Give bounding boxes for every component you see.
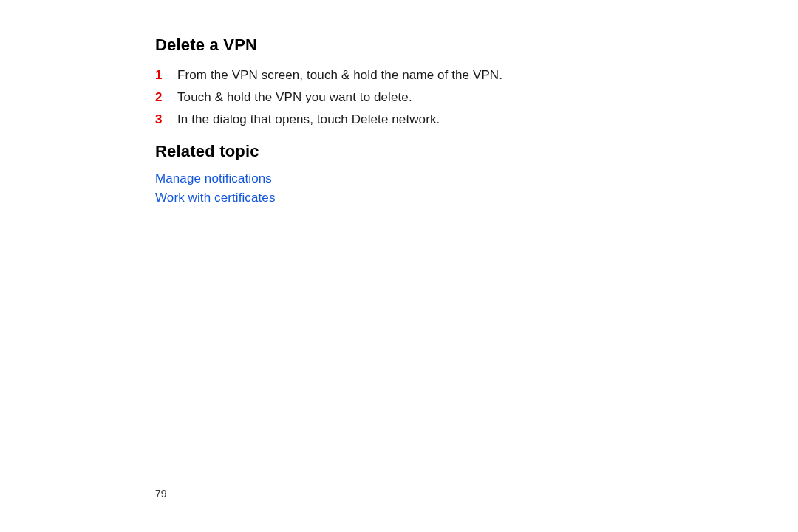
step-text: Touch & hold the VPN you want to delete. (177, 90, 412, 105)
step-number: 1 (155, 68, 177, 83)
step-text: In the dialog that opens, touch Delete n… (177, 112, 440, 127)
step-number: 2 (155, 90, 177, 105)
step-text: From the VPN screen, touch & hold the na… (177, 68, 502, 83)
steps-list: 1 From the VPN screen, touch & hold the … (155, 68, 798, 127)
step-item: 1 From the VPN screen, touch & hold the … (155, 68, 798, 83)
section-heading-related-topic: Related topic (155, 142, 798, 161)
step-item: 2 Touch & hold the VPN you want to delet… (155, 90, 798, 105)
step-item: 3 In the dialog that opens, touch Delete… (155, 112, 798, 127)
section-heading-delete-vpn: Delete a VPN (155, 35, 798, 55)
step-number: 3 (155, 112, 177, 127)
link-work-with-certificates[interactable]: Work with certificates (155, 191, 275, 205)
page-number: 79 (155, 488, 167, 499)
link-item: Work with certificates (155, 191, 798, 205)
link-item: Manage notifications (155, 171, 798, 186)
related-links-list: Manage notifications Work with certifica… (155, 171, 798, 205)
link-manage-notifications[interactable]: Manage notifications (155, 171, 272, 185)
